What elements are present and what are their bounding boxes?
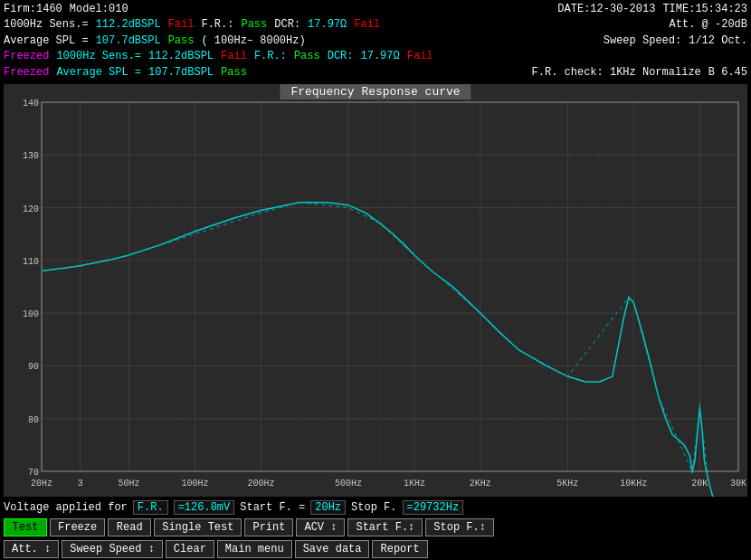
- sweep-label: Sweep Speed:: [604, 33, 681, 49]
- firm-label: Firm:1460: [4, 2, 62, 17]
- btn-report[interactable]: Report: [372, 540, 427, 558]
- frozen-sens-status: Fail: [221, 49, 247, 64]
- date-label: DATE:12-30-2013: [557, 2, 655, 17]
- frozen-dcr-value: 17.97Ω: [361, 49, 400, 64]
- btn-single-test[interactable]: Single Test: [154, 518, 242, 536]
- fr-status: Pass: [241, 17, 267, 33]
- frozen-avg-status: Pass: [221, 65, 247, 81]
- frozen-sens-label: 1000Hz Sens.=: [56, 49, 141, 64]
- chart-title: Frequency Response curve: [280, 84, 471, 100]
- avg-label: Average SPL =: [4, 33, 89, 49]
- header: Firm:1460 Model:010 DATE:12-30-2013 TIME…: [0, 0, 751, 82]
- fr-check-label: F.R. check: 1KHz Normalize: [532, 65, 701, 81]
- header-row-1: Firm:1460 Model:010 DATE:12-30-2013 TIME…: [4, 2, 747, 17]
- dcr-status: Fail: [354, 17, 380, 33]
- model-label: Model:010: [70, 2, 128, 17]
- frozen-fr-label: F.R.:: [254, 49, 287, 64]
- btn-start-f--[interactable]: Start F.↕: [347, 518, 423, 536]
- header-row-2: 1000Hz Sens.= 112.2dBSPL Fail F.R.: Pass…: [4, 17, 747, 33]
- header-row-3: Average SPL = 107.7dBSPL Pass ( 100Hz– 8…: [4, 33, 747, 49]
- voltage-label: Voltage applied for: [4, 501, 128, 514]
- frozen-label-2: Freezed: [4, 65, 49, 81]
- frozen-avg-value: 107.7dBSPL: [148, 65, 214, 81]
- info-bar: Voltage applied for F.R. =126.0mV Start …: [0, 498, 751, 517]
- button-row-1: TestFreezeReadSingle TestPrintACV ↕Start…: [0, 517, 751, 538]
- btn-freeze[interactable]: Freeze: [50, 518, 105, 536]
- btn-main-menu[interactable]: Main menu: [217, 540, 292, 558]
- frozen-sens-value: 112.2dBSPL: [148, 49, 214, 64]
- sens-value: 112.2dBSPL: [96, 17, 161, 33]
- stop-f-label: Stop F.: [351, 501, 396, 514]
- sens-status: Fail: [168, 17, 195, 33]
- dcr-label: DCR:: [274, 17, 300, 33]
- app: Firm:1460 Model:010 DATE:12-30-2013 TIME…: [0, 0, 751, 560]
- btn-acv--[interactable]: ACV ↕: [296, 518, 345, 536]
- range-label: ( 100Hz– 8000Hz): [201, 33, 305, 49]
- btn-sweep-speed--[interactable]: Sweep Speed ↕: [62, 540, 163, 558]
- btn-read[interactable]: Read: [108, 518, 151, 536]
- btn-save-data[interactable]: Save data: [295, 540, 370, 558]
- btn-stop-f--[interactable]: Stop F.↕: [425, 518, 494, 536]
- stop-f-value: =29732Hz: [403, 500, 464, 515]
- header-row-5: Freezed Average SPL = 107.7dBSPL Pass F.…: [4, 65, 747, 81]
- frozen-label-1: Freezed: [4, 49, 49, 64]
- btn-clear[interactable]: Clear: [166, 540, 214, 558]
- fr-value: =126.0mV: [174, 500, 235, 515]
- fr-label: F.R.:: [201, 17, 233, 33]
- btn-test[interactable]: Test: [4, 518, 47, 536]
- btn-print[interactable]: Print: [244, 518, 293, 536]
- att-label: Att. @ -20dB: [670, 17, 747, 33]
- time-label: TIME:15:34:23: [662, 2, 747, 17]
- sweep-value: 1/12 Oct.: [689, 33, 747, 49]
- frequency-response-chart: [4, 84, 747, 497]
- btn-att---[interactable]: Att. ↕: [4, 540, 59, 558]
- frozen-dcr-label: DCR:: [328, 49, 354, 64]
- button-row-2: Att. ↕Sweep Speed ↕ClearMain menuSave da…: [0, 538, 751, 560]
- header-row-4: Freezed 1000Hz Sens.= 112.2dBSPL Fail F.…: [4, 49, 747, 64]
- frozen-avg-label: Average SPL =: [56, 65, 141, 81]
- b-label: B 6.45: [708, 65, 747, 81]
- start-f-value: 20Hz: [310, 500, 346, 515]
- frozen-dcr-status: Fail: [407, 49, 433, 64]
- avg-value: 107.7dBSPL: [96, 33, 161, 49]
- sens-label: 1000Hz Sens.=: [4, 17, 89, 33]
- avg-status: Pass: [168, 33, 195, 49]
- chart-area: Frequency Response curve dBSPL: [4, 84, 747, 497]
- dcr-value: 17.97Ω: [308, 17, 347, 33]
- fr-label: F.R.: [133, 500, 168, 515]
- frozen-fr-status: Pass: [294, 49, 320, 64]
- start-f-label: Start F. =: [240, 501, 305, 514]
